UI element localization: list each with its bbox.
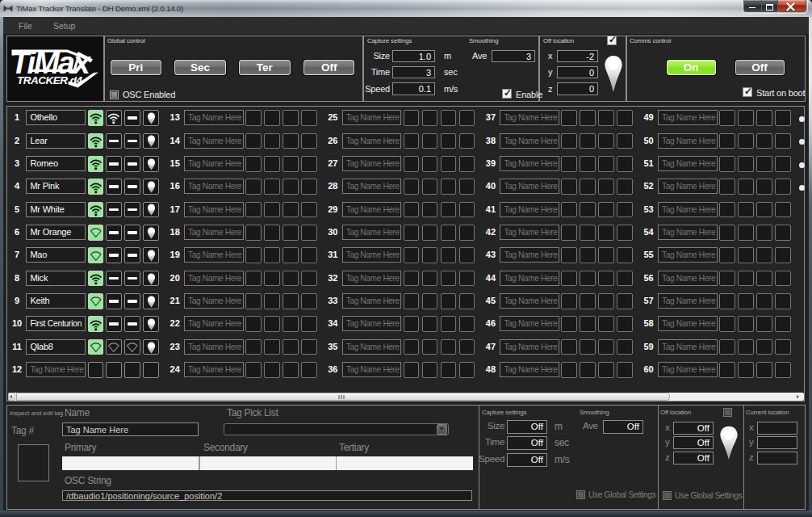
- svg-text:TRACKER d4: TRACKER d4: [17, 74, 82, 86]
